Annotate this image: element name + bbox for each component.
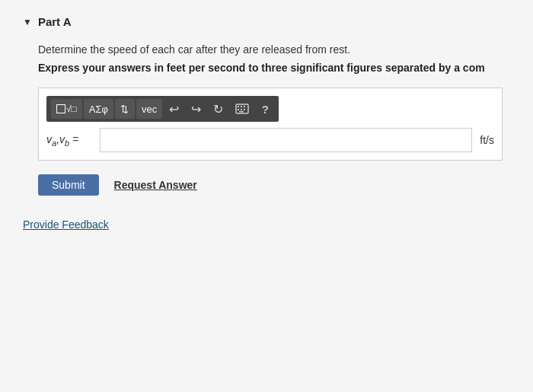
sort-arrows-button[interactable]: ⇅	[115, 99, 135, 119]
redo-button[interactable]: ↪	[186, 99, 206, 119]
part-header: ▼ Part A	[23, 15, 510, 28]
math-toolbar: √□ ΑΣφ ⇅ vec ↩ ↪ ↻	[46, 96, 279, 122]
request-answer-link[interactable]: Request Answer	[114, 179, 197, 191]
unit-label: ft/s	[480, 134, 494, 146]
undo-button[interactable]: ↩	[164, 99, 184, 119]
sort-arrows-label: ⇅	[120, 104, 129, 115]
page-container: ▼ Part A Determine the speed of each car…	[0, 0, 533, 392]
svg-rect-6	[244, 109, 245, 110]
provide-feedback-link[interactable]: Provide Feedback	[23, 218, 510, 231]
answer-box: √□ ΑΣφ ⇅ vec ↩ ↪ ↻	[38, 88, 503, 161]
svg-rect-4	[238, 109, 239, 110]
symbol-button[interactable]: ΑΣφ	[84, 99, 113, 119]
matrix-sqrt-button[interactable]: √□	[51, 99, 82, 119]
actions-row: Submit Request Answer	[38, 174, 510, 196]
svg-rect-7	[239, 111, 244, 113]
vec-label: vec	[142, 104, 157, 115]
help-button[interactable]: ?	[256, 99, 274, 119]
question-text: Determine the speed of each car after th…	[38, 43, 510, 56]
symbol-label: ΑΣφ	[89, 104, 108, 115]
part-title: Part A	[38, 15, 72, 28]
vec-button[interactable]: vec	[136, 99, 162, 119]
svg-rect-1	[238, 106, 239, 107]
instruction-text: Express your answers in feet per second …	[38, 62, 510, 74]
input-label: va,vb =	[46, 133, 92, 148]
svg-rect-5	[241, 109, 242, 110]
collapse-arrow-icon[interactable]: ▼	[23, 17, 32, 27]
svg-rect-2	[241, 106, 242, 107]
input-row: va,vb = ft/s	[46, 128, 494, 152]
submit-button[interactable]: Submit	[38, 174, 99, 196]
answer-input[interactable]	[100, 128, 472, 152]
refresh-button[interactable]: ↻	[208, 99, 228, 119]
keyboard-button[interactable]	[230, 99, 254, 119]
svg-rect-3	[244, 106, 245, 107]
